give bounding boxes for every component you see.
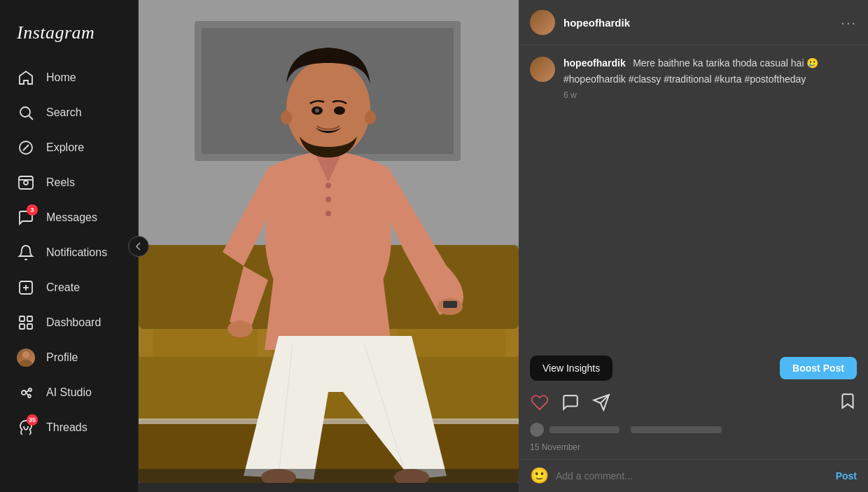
instagram-logo: Instagram [8, 11, 130, 60]
caption-time: 6 w [564, 90, 857, 100]
svg-rect-13 [27, 324, 32, 329]
svg-rect-32 [139, 419, 519, 424]
create-icon [17, 279, 35, 297]
comment-input[interactable] [556, 470, 829, 482]
caption-area: hopeofhardik Mere baithne ka tarika thod… [519, 45, 868, 111]
profile-label: Profile [46, 351, 78, 364]
boost-post-button[interactable]: Boost Post [780, 357, 857, 379]
more-options-button[interactable]: ··· [841, 15, 857, 31]
search-icon [17, 104, 35, 122]
svg-marker-3 [23, 145, 29, 150]
svg-rect-4 [19, 176, 33, 189]
svg-line-1 [29, 116, 34, 120]
profile-avatar [17, 349, 35, 367]
svg-point-48 [281, 111, 292, 125]
likes-avatar-1 [530, 423, 544, 437]
sidebar-item-reels[interactable]: Reels [8, 165, 130, 200]
threads-label: Threads [46, 421, 88, 434]
reels-label: Reels [46, 176, 75, 189]
post-photo [139, 0, 519, 483]
post-header-avatar [530, 10, 555, 35]
reels-icon [17, 174, 35, 192]
svg-point-14 [22, 351, 29, 358]
sidebar: Instagram Home Search [0, 0, 139, 492]
svg-rect-12 [20, 324, 24, 329]
explore-icon [17, 139, 35, 157]
svg-rect-38 [443, 301, 457, 308]
svg-point-39 [227, 321, 253, 337]
home-label: Home [46, 71, 76, 84]
caption-username[interactable]: hopeofhardik [564, 57, 626, 69]
sidebar-item-threads[interactable]: Threads 35 [8, 410, 130, 445]
svg-point-5 [24, 181, 28, 185]
comment-bar: 🙂 Post [519, 459, 868, 492]
sidebar-item-notifications[interactable]: Notifications [8, 235, 130, 270]
sidebar-item-create[interactable]: Create [8, 270, 130, 305]
caption-hashtags: #hopeofhardik #classy #traditional #kurt… [564, 73, 857, 85]
svg-point-18 [28, 395, 31, 398]
sidebar-item-home[interactable]: Home [8, 60, 130, 95]
save-button[interactable] [839, 392, 857, 413]
svg-point-15 [20, 360, 32, 367]
sidebar-item-profile[interactable]: Profile [8, 340, 130, 375]
insights-boost-row: View Insights Boost Post [519, 350, 868, 386]
view-insights-button[interactable]: View Insights [530, 356, 612, 381]
right-panel: hopeofhardik ··· hopeofhardik Mere baith… [519, 0, 868, 492]
share-button[interactable] [592, 393, 611, 412]
home-icon [17, 69, 35, 87]
sidebar-item-messages[interactable]: Messages 3 [8, 200, 130, 235]
sidebar-item-search[interactable]: Search [8, 95, 130, 130]
svg-rect-11 [27, 316, 32, 321]
likes-text-1 [550, 426, 620, 433]
main-content: hopeofhardik ··· hopeofhardik Mere baith… [139, 0, 868, 492]
svg-point-47 [315, 108, 319, 113]
emoji-button[interactable]: 🙂 [530, 467, 549, 485]
svg-rect-10 [20, 316, 24, 321]
post-comment-button[interactable]: Post [836, 470, 857, 482]
svg-point-46 [334, 106, 345, 115]
svg-point-0 [20, 107, 30, 117]
post-header-username[interactable]: hopeofhardik [564, 17, 832, 29]
caption-text: Mere baithne ka tarika thoda casual hai … [633, 57, 818, 69]
create-label: Create [46, 281, 80, 294]
search-label: Search [46, 106, 82, 119]
explore-label: Explore [46, 141, 84, 154]
svg-point-17 [29, 388, 31, 391]
svg-point-34 [326, 183, 331, 188]
likes-text-2 [631, 426, 722, 433]
post-image-column [139, 0, 519, 492]
post-header: hopeofhardik ··· [519, 0, 868, 45]
collapse-sidebar-button[interactable] [128, 236, 149, 257]
notifications-label: Notifications [46, 246, 107, 259]
post-date: 15 November [519, 440, 868, 459]
comment-button[interactable] [561, 393, 580, 412]
dashboard-label: Dashboard [46, 316, 101, 329]
messages-badge: 3 [27, 204, 38, 216]
svg-line-20 [26, 393, 28, 395]
sidebar-item-explore[interactable]: Explore [8, 130, 130, 165]
svg-point-49 [365, 111, 376, 125]
svg-point-35 [326, 197, 331, 202]
dashboard-icon [17, 314, 35, 332]
svg-rect-50 [139, 469, 519, 483]
ai-studio-label: AI Studio [46, 386, 92, 399]
svg-point-16 [22, 391, 26, 395]
likes-row [519, 419, 868, 440]
like-button[interactable] [530, 393, 550, 412]
svg-point-36 [326, 211, 331, 216]
svg-point-44 [286, 59, 370, 157]
sidebar-item-dashboard[interactable]: Dashboard [8, 305, 130, 340]
messages-label: Messages [46, 211, 97, 224]
threads-badge: 35 [27, 414, 38, 426]
caption-text-block: hopeofhardik Mere baithne ka tarika thod… [564, 57, 857, 100]
sidebar-item-ai-studio[interactable]: AI Studio [8, 375, 130, 410]
action-bar [519, 386, 868, 419]
notifications-icon [17, 244, 35, 262]
caption-avatar [530, 57, 555, 82]
ai-studio-icon [17, 384, 35, 402]
